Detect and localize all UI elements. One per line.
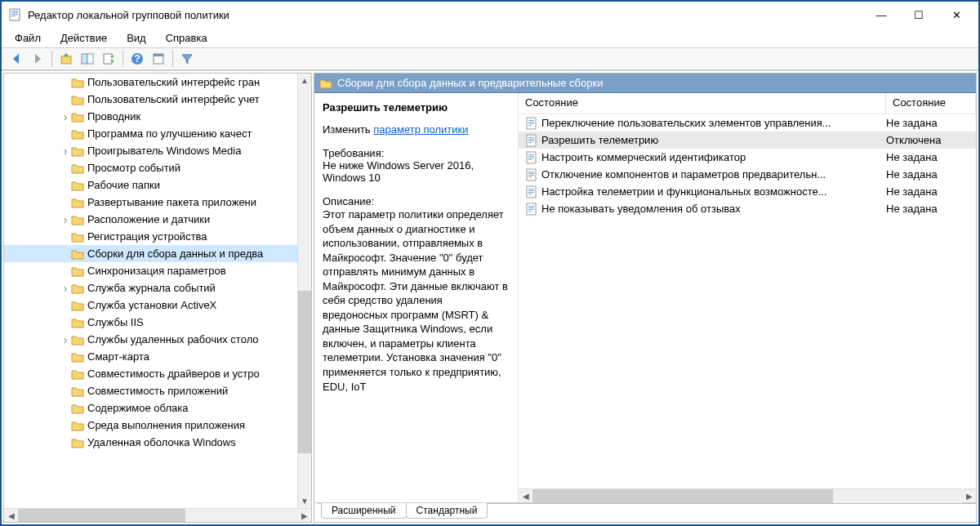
tree-item[interactable]: Службы IIS xyxy=(4,314,311,331)
tab-extended[interactable]: Расширенный xyxy=(321,503,407,519)
svg-rect-24 xyxy=(528,154,534,155)
policy-state: Не задана xyxy=(886,185,969,198)
policy-row[interactable]: Настройка телеметрии и функциональных во… xyxy=(519,183,976,200)
scroll-down-icon[interactable]: ▼ xyxy=(298,494,311,508)
minimize-button[interactable]: — xyxy=(862,2,900,27)
svg-rect-26 xyxy=(528,158,534,158)
policy-icon xyxy=(525,168,538,181)
column-header-name[interactable]: Состояние xyxy=(519,93,886,114)
column-header-state[interactable]: Состояние xyxy=(886,93,976,114)
tree-item[interactable]: Службы удаленных рабочих столо xyxy=(4,331,311,348)
tree-item[interactable]: Просмотр событий xyxy=(4,159,311,176)
back-button[interactable] xyxy=(7,49,26,69)
list-horizontal-scrollbar[interactable]: ◀ ▶ xyxy=(519,488,976,502)
tab-standard[interactable]: Стандартный xyxy=(406,503,488,519)
tree-item[interactable]: Проигрыватель Windows Media xyxy=(4,142,311,159)
view-tabs: Расширенный Стандартный xyxy=(314,502,976,522)
tree-item[interactable]: Рабочие папки xyxy=(4,176,311,194)
right-header: Сборки для сбора данных и предварительны… xyxy=(314,74,976,93)
tree-item[interactable]: Синхронизация параметров xyxy=(4,262,311,279)
policy-row[interactable]: Не показывать уведомления об отзывахНе з… xyxy=(519,200,976,217)
options-button[interactable] xyxy=(149,49,168,69)
policy-row[interactable]: Переключение пользовательских элементов … xyxy=(519,114,976,132)
policy-name: Разрешить телеметрию xyxy=(541,134,886,146)
scroll-up-icon[interactable]: ▲ xyxy=(298,74,311,87)
maximize-button[interactable]: ☐ xyxy=(900,2,938,27)
tree-item[interactable]: Регистрация устройства xyxy=(4,228,311,245)
tree-item-label: Среда выполнения приложения xyxy=(87,419,245,431)
up-button[interactable] xyxy=(56,49,76,69)
tree-item[interactable]: Совместимость приложений xyxy=(4,382,311,399)
tree-item[interactable]: Служба установки ActiveX xyxy=(4,296,311,314)
toolbar-separator xyxy=(122,51,123,67)
folder-icon xyxy=(71,283,84,294)
svg-rect-22 xyxy=(528,142,532,143)
scroll-thumb[interactable] xyxy=(18,509,185,523)
toolbar: ? xyxy=(2,47,978,70)
policy-state: Не задана xyxy=(886,117,969,129)
tree-item-label: Рабочие папки xyxy=(87,179,160,191)
svg-rect-37 xyxy=(528,194,532,194)
folder-icon xyxy=(71,94,84,105)
scroll-right-icon[interactable]: ▶ xyxy=(962,489,976,503)
policy-row[interactable]: Настроить коммерческий идентификаторНе з… xyxy=(519,149,976,166)
help-button[interactable]: ? xyxy=(127,49,147,69)
tree-item[interactable]: Пользовательский интерфейс гран xyxy=(4,74,311,91)
tree-item-label: Регистрация устройства xyxy=(87,230,207,243)
folder-icon xyxy=(71,214,84,225)
tree-item[interactable]: Проводник xyxy=(4,108,311,125)
svg-rect-7 xyxy=(87,54,93,64)
scroll-right-icon[interactable]: ▶ xyxy=(297,509,311,523)
svg-rect-39 xyxy=(528,206,534,207)
tree-item[interactable]: Расположение и датчики xyxy=(4,211,311,228)
tree-item[interactable]: Смарт-карта xyxy=(4,348,311,365)
tree-item[interactable]: Среда выполнения приложения xyxy=(4,417,311,434)
scroll-thumb[interactable] xyxy=(298,291,312,453)
folder-icon xyxy=(71,197,84,208)
tree-item[interactable]: Программа по улучшению качест xyxy=(4,125,311,142)
menu-action[interactable]: Действие xyxy=(52,29,115,47)
svg-rect-31 xyxy=(528,175,534,176)
filter-button[interactable] xyxy=(177,49,197,69)
folder-icon xyxy=(71,180,84,191)
tree-horizontal-scrollbar[interactable]: ◀ ▶ xyxy=(4,508,311,522)
tree-vertical-scrollbar[interactable]: ▲ ▼ xyxy=(297,74,311,508)
close-icon: ✕ xyxy=(952,9,961,21)
tree-item[interactable]: Удаленная оболочка Windows xyxy=(4,434,311,451)
svg-rect-36 xyxy=(528,192,534,193)
show-hide-button[interactable] xyxy=(78,49,97,69)
export-button[interactable] xyxy=(99,49,118,69)
tree-item[interactable]: Сборки для сбора данных и предва xyxy=(4,245,311,262)
menubar: Файл Действие Вид Справка xyxy=(2,28,978,47)
description-text: Этот параметр политики определяет объем … xyxy=(323,207,510,394)
tree-item-label: Смарт-карта xyxy=(87,350,149,363)
policy-row[interactable]: Отключение компонентов и параметров пред… xyxy=(519,166,976,183)
menu-file[interactable]: Файл xyxy=(7,29,49,47)
svg-rect-4 xyxy=(11,16,16,16)
tree-item[interactable]: Содержимое облака xyxy=(4,399,311,417)
menu-view[interactable]: Вид xyxy=(118,29,154,47)
titlebar: Редактор локальной групповой политики — … xyxy=(2,2,978,28)
edit-policy-link[interactable]: параметр политики xyxy=(373,123,468,136)
scroll-thumb[interactable] xyxy=(532,489,833,503)
tree-scroll[interactable]: Пользовательский интерфейс гранПользоват… xyxy=(4,74,311,508)
tree-item[interactable]: Совместимость драйверов и устро xyxy=(4,365,311,382)
toolbar-separator xyxy=(51,51,52,67)
close-button[interactable]: ✕ xyxy=(938,2,975,27)
tree-item[interactable]: Развертывание пакета приложени xyxy=(4,194,311,211)
policy-icon xyxy=(525,203,538,216)
tree-item[interactable]: Пользовательский интерфейс учет xyxy=(4,91,311,108)
forward-button[interactable] xyxy=(28,49,47,69)
svg-rect-20 xyxy=(528,139,534,140)
svg-rect-40 xyxy=(528,207,534,208)
svg-rect-30 xyxy=(528,173,534,174)
scroll-left-icon[interactable]: ◀ xyxy=(4,509,18,523)
menu-help[interactable]: Справка xyxy=(158,29,216,47)
folder-icon xyxy=(71,334,84,345)
folder-icon xyxy=(71,420,84,431)
folder-icon xyxy=(71,77,84,88)
tree-item[interactable]: Служба журнала событий xyxy=(4,279,311,296)
policy-row[interactable]: Разрешить телеметриюОтключена xyxy=(519,132,976,149)
requirements-text: Не ниже Windows Server 2016, Windows 10 xyxy=(323,159,510,184)
scroll-left-icon[interactable]: ◀ xyxy=(519,489,532,503)
